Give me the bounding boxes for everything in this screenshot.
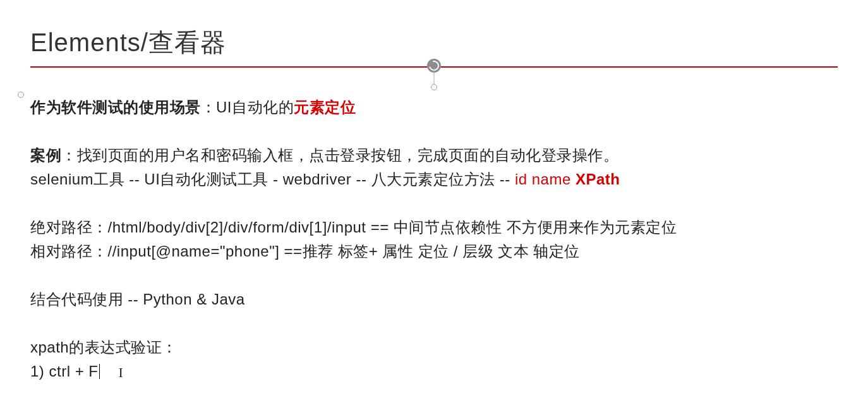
ibeam-cursor-icon: I [119,361,124,385]
locator-xpath: XPath [576,171,620,188]
locator-id: id [515,171,527,188]
text-selenium-front: selenium工具 -- UI自动化测试工具 - webdriver -- 八… [30,171,515,188]
text-element-locate: 元素定位 [294,99,356,116]
line-usage-scenario: 作为软件测试的使用场景：UI自动化的元素定位 [30,95,838,119]
text-case-rest: ：找到页面的用户名和密码输入框，点击登录按钮，完成页面的自动化登录操作。 [61,147,618,164]
title-divider [30,66,838,68]
locator-name: name [532,171,571,188]
label-case: 案例 [30,147,61,164]
text-scenario-mid: ：UI自动化的 [201,99,294,116]
rotate-stem [434,68,435,84]
line-relative-path: 相对路径：//input[@name="phone"] ==推荐 标签+ 属性 … [30,239,838,263]
line-selenium: selenium工具 -- UI自动化测试工具 - webdriver -- 八… [30,167,838,191]
label-scenario: 作为软件测试的使用场景 [30,99,201,116]
text-cursor [99,364,100,379]
selection-handle-left-top[interactable] [18,92,24,98]
line-code-lang: 结合代码使用 -- Python & Java [30,287,838,311]
selection-handle-top[interactable] [431,84,437,90]
text-ctrl-f: 1) ctrl + F [30,363,99,380]
text-body[interactable]: 作为软件测试的使用场景：UI自动化的元素定位 案例：找到页面的用户名和密码输入框… [30,95,838,383]
line-absolute-path: 绝对路径：/html/body/div[2]/div/form/div[1]/i… [30,215,838,239]
line-case: 案例：找到页面的用户名和密码输入框，点击登录按钮，完成页面的自动化登录操作。 [30,143,838,167]
line-ctrl-f: 1) ctrl + FI [30,359,838,383]
line-xpath-verify: xpath的表达式验证： [30,335,838,359]
